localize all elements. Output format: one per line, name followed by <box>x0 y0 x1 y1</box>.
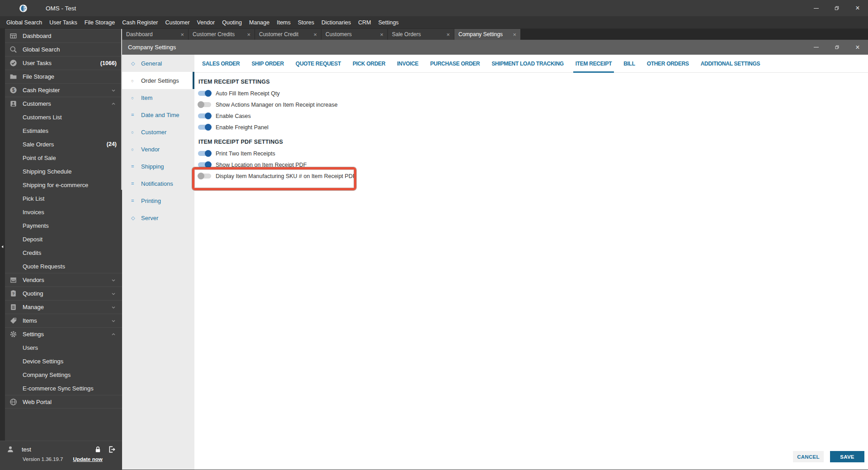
sidebar-item-deposit[interactable]: Deposit <box>0 232 122 246</box>
update-now-link[interactable]: Update now <box>73 456 103 462</box>
sidebar-item-company-settings[interactable]: Company Settings <box>0 368 122 381</box>
sidebar-item-shipping-schedule[interactable]: Shipping Schedule <box>0 164 122 178</box>
setting-row-enable-cases[interactable]: Enable Cases <box>194 110 868 122</box>
open-tab-customer-credits[interactable]: Customer Credits × <box>189 29 255 40</box>
tab-pick-order[interactable]: PICK ORDER <box>353 55 385 73</box>
settings-nav-shipping[interactable]: = Shipping <box>122 158 194 175</box>
sidebar-item-customers[interactable]: Customers <box>0 97 122 110</box>
setting-row-auto-fill-item-receipt-qty[interactable]: Auto Fill Item Receipt Qty <box>194 88 868 99</box>
settings-nav-vendor[interactable]: ○ Vendor <box>122 141 194 158</box>
sidebar-item-credits[interactable]: Credits <box>0 246 122 259</box>
sidebar-item-file-storage[interactable]: File Storage <box>0 70 122 83</box>
dialog-restore-button[interactable] <box>826 40 847 55</box>
toggle-switch[interactable] <box>198 151 211 156</box>
menu-crm[interactable]: CRM <box>354 16 374 29</box>
dialog-minimize-button[interactable] <box>806 40 826 55</box>
settings-nav-server[interactable]: ◇ Server <box>122 209 194 226</box>
open-tab-sale-orders[interactable]: Sale Orders × <box>388 29 454 40</box>
lock-icon[interactable] <box>94 446 102 453</box>
tab-close-icon[interactable]: × <box>510 31 516 38</box>
toggle-switch[interactable] <box>198 113 211 118</box>
setting-row-show-actions-manager-on-item-receipt-increase[interactable]: Show Actions Manager on Item Receipt inc… <box>194 99 868 110</box>
tab-close-icon[interactable]: × <box>178 31 184 38</box>
menu-global-search[interactable]: Global Search <box>3 16 46 29</box>
tab-additional-settings[interactable]: ADDITIONAL SETTINGS <box>701 55 760 73</box>
menu-user-tasks[interactable]: User Tasks <box>46 16 81 29</box>
open-tab-company-settings[interactable]: Company Settings × <box>454 29 520 40</box>
settings-nav-order-settings[interactable]: ○ Order Settings <box>122 72 194 89</box>
menu-customer[interactable]: Customer <box>161 16 193 29</box>
sidebar-item-web-portal[interactable]: Web Portal <box>0 395 122 409</box>
menu-settings[interactable]: Settings <box>375 16 402 29</box>
menu-manage[interactable]: Manage <box>245 16 273 29</box>
save-button[interactable]: SAVE <box>830 451 864 462</box>
settings-nav-notifications[interactable]: = Notifications <box>122 175 194 192</box>
tab-close-icon[interactable]: × <box>443 31 450 38</box>
sidebar-item-items[interactable]: Items <box>0 314 122 327</box>
sidebar-collapse-button[interactable] <box>0 243 5 251</box>
menu-quoting[interactable]: Quoting <box>218 16 245 29</box>
menu-vendor[interactable]: Vendor <box>193 16 219 29</box>
sidebar-item-quote-requests[interactable]: Quote Requests <box>0 259 122 273</box>
close-button[interactable]: × <box>847 0 868 16</box>
sidebar-item-estimates[interactable]: Estimates <box>0 124 122 137</box>
tab-shipment-load-tracking[interactable]: SHIPMENT LOAD TRACKING <box>491 55 563 73</box>
tab-sales-order[interactable]: SALES ORDER <box>202 55 240 73</box>
menu-stores[interactable]: Stores <box>294 16 318 29</box>
dialog-close-button[interactable]: × <box>847 40 868 55</box>
sidebar-item-e-commerce-sync-settings[interactable]: E-commerce Sync Settings <box>0 381 122 395</box>
sidebar-item-global-search[interactable]: Global Search <box>0 42 122 56</box>
tab-quote-request[interactable]: QUOTE REQUEST <box>296 55 341 73</box>
restore-button[interactable] <box>826 0 847 16</box>
sidebar-item-settings[interactable]: Settings <box>0 327 122 341</box>
toggle-switch[interactable] <box>198 162 211 167</box>
tab-purchase-order[interactable]: PURCHASE ORDER <box>430 55 480 73</box>
tab-bill[interactable]: BILL <box>623 55 635 73</box>
sidebar-item-pick-list[interactable]: Pick List <box>0 192 122 205</box>
sidebar-item-manage[interactable]: Manage <box>0 300 122 314</box>
tab-other-orders[interactable]: OTHER ORDERS <box>647 55 689 73</box>
settings-nav-item[interactable]: ○ Item <box>122 89 194 106</box>
sidebar-item-invoices[interactable]: Invoices <box>0 205 122 219</box>
open-tab-customers[interactable]: Customers × <box>321 29 387 40</box>
toggle-switch[interactable] <box>198 125 211 130</box>
sidebar-item-shipping-for-e-commerce[interactable]: Shipping for e-commerce <box>0 178 122 192</box>
toggle-switch[interactable] <box>198 91 211 96</box>
tab-close-icon[interactable]: × <box>377 31 383 38</box>
sidebar-item-payments[interactable]: Payments <box>0 219 122 232</box>
tab-invoice[interactable]: INVOICE <box>397 55 418 73</box>
sidebar-item-cash-register[interactable]: $Cash Register <box>0 83 122 97</box>
tab-item-receipt[interactable]: ITEM RECEIPT <box>576 55 612 73</box>
sidebar-item-sale-orders[interactable]: Sale Orders(24) <box>0 137 122 151</box>
menu-dictionaries[interactable]: Dictionaries <box>318 16 354 29</box>
sidebar-item-quoting[interactable]: ?Quoting <box>0 287 122 300</box>
toggle-switch[interactable] <box>198 174 211 179</box>
open-tab-customer-credit[interactable]: Customer Credit × <box>255 29 321 40</box>
toggle-switch[interactable] <box>198 102 211 107</box>
tab-ship-order[interactable]: SHIP ORDER <box>251 55 283 73</box>
setting-row-print-two-item-receipts[interactable]: Print Two Item Receipts <box>194 148 868 159</box>
menu-cash-register[interactable]: Cash Register <box>118 16 161 29</box>
tab-close-icon[interactable]: × <box>311 31 317 38</box>
open-tab-dashboard[interactable]: Dashboard × <box>122 29 188 40</box>
settings-nav-printing[interactable]: = Printing <box>122 192 194 209</box>
sidebar-item-users[interactable]: Users <box>0 341 122 354</box>
cancel-button[interactable]: CANCEL <box>793 451 824 462</box>
sidebar-item-vendors[interactable]: Vendors <box>0 273 122 287</box>
sidebar-item-device-settings[interactable]: Device Settings <box>0 354 122 368</box>
setting-row-display-item-manufacturing-sku-on-item-receipt-pdf[interactable]: Display Item Manufacturing SKU # on Item… <box>194 170 868 182</box>
settings-nav-date-and-time[interactable]: = Date and Time <box>122 106 194 123</box>
tab-close-icon[interactable]: × <box>244 31 250 38</box>
settings-nav-customer[interactable]: ○ Customer <box>122 123 194 141</box>
menu-file-storage[interactable]: File Storage <box>81 16 118 29</box>
sidebar-item-user-tasks[interactable]: User Tasks(1066) <box>0 56 122 70</box>
menu-items[interactable]: Items <box>273 16 294 29</box>
sidebar-item-dashboard[interactable]: Dashboard <box>0 29 122 42</box>
sidebar-item-customers-list[interactable]: Customers List <box>0 110 122 124</box>
setting-row-enable-freight-panel[interactable]: Enable Freight Panel <box>194 122 868 133</box>
logout-icon[interactable] <box>108 446 116 453</box>
settings-nav-general[interactable]: ◇ General <box>122 55 194 72</box>
setting-row-show-location-on-item-receipt-pdf[interactable]: Show Location on Item Receipt PDF <box>194 159 868 170</box>
minimize-button[interactable] <box>806 0 826 16</box>
sidebar-item-point-of-sale[interactable]: Point of Sale <box>0 151 122 164</box>
